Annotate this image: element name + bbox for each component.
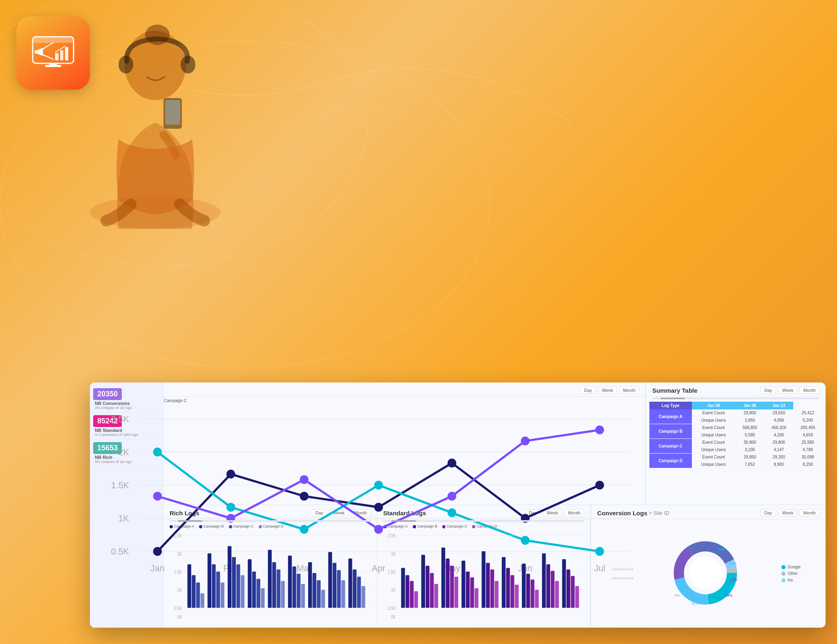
svg-rect-80 [248,559,251,608]
donut-legend: Google Other Ins [777,565,805,582]
svg-point-55 [521,436,529,445]
svg-rect-18 [165,100,180,125]
app-icon[interactable] [16,16,90,90]
ca-u1: 3,950 [735,417,764,424]
cb-u1: 5,580 [735,432,764,439]
svg-text:0.5K: 0.5K [111,547,130,557]
summary-table-section: Summary Table Day Week Month Log Type [646,382,826,505]
svg-point-50 [153,492,162,501]
cd-event-label: Event Count [692,454,736,461]
svg-rect-90 [297,574,300,608]
filter-day-btn[interactable]: Day [580,387,596,394]
svg-rect-123 [441,548,445,608]
svg-rect-118 [414,591,418,608]
svg-rect-100 [348,559,352,608]
svg-rect-101 [353,569,356,608]
ca-v2: 29,550 [764,409,793,417]
ca-v1: 29,800 [735,409,764,417]
svg-point-39 [374,503,383,512]
legend-other: Other [781,571,801,576]
rich-logs-scroll[interactable] [170,520,371,522]
cc-u1: 3,200 [735,446,764,454]
svg-point-157 [689,557,722,589]
svg-text:1.5K: 1.5K [111,481,130,490]
campaign-a-label: Campaign A [649,409,692,424]
cc-v1: 30,800 [735,439,764,446]
campaign-d-row: Campaign D Event Count 29,850 29,350 30,… [649,454,822,461]
svg-point-54 [448,492,456,501]
svg-rect-115 [401,568,405,608]
ca-unique-label: Unique Users [692,417,736,424]
svg-rect-135 [501,557,505,608]
svg-text:2K: 2K [118,447,129,457]
campaign-c-row: Campaign C Event Count 30,800 29,806 25,… [649,439,822,446]
cd-v1: 29,850 [735,454,764,461]
cb-unique-label: Unique Users [692,432,736,439]
svg-rect-75 [221,582,224,608]
cb-v1: 568,855 [735,424,764,432]
table-day-btn[interactable]: Day [761,387,776,394]
svg-point-52 [300,475,308,484]
cd-u3: 8,250 [793,461,822,468]
svg-rect-147 [562,559,566,608]
svg-rect-138 [515,585,518,608]
standard-logs-chart: 2.5K 2K 1.5K 1K 0.5K 0K [377,530,591,628]
conv-month-btn[interactable]: Month [799,509,819,517]
svg-rect-96 [328,552,332,608]
date-header-2: Jan 08 [735,402,764,409]
svg-text:18%: 18% [725,593,732,597]
stat-value-0: 20350 [93,388,122,400]
table-week-btn[interactable]: Week [779,387,797,394]
svg-rect-137 [510,575,514,608]
svg-point-36 [153,547,162,556]
svg-text:2.5K: 2.5K [174,533,182,539]
summary-table-filters: Day Week Month [761,387,819,394]
svg-rect-130 [474,588,478,608]
table-month-btn[interactable]: Month [799,387,819,394]
svg-rect-77 [232,557,236,608]
svg-text:1.5K: 1.5K [174,569,182,575]
filter-month-btn[interactable]: Month [619,387,639,394]
cb-event-label: Event Count [692,424,736,432]
svg-rect-97 [333,563,336,608]
conv-day-btn[interactable]: Day [761,509,776,517]
standard-logs-scroll[interactable] [383,520,584,522]
campaign-d-label: Campaign D [649,454,692,468]
date-header-1: Jan 08 [692,402,736,409]
svg-rect-143 [542,553,546,608]
table-scroll[interactable] [652,398,819,399]
svg-rect-128 [466,572,470,608]
svg-text:1.5K: 1.5K [388,569,396,575]
svg-point-46 [374,481,383,490]
svg-rect-78 [236,564,240,608]
cc-v2: 29,806 [764,439,793,446]
filter-week-btn[interactable]: Week [598,387,617,394]
svg-rect-102 [357,577,361,608]
svg-rect-93 [313,573,316,608]
date-header-3: Jan 13 [764,402,793,409]
svg-rect-74 [216,572,220,608]
svg-rect-119 [421,555,425,608]
svg-rect-148 [566,569,570,608]
conv-week-btn[interactable]: Week [779,509,797,517]
cc-u2: 4,147 [764,446,793,454]
svg-point-44 [226,503,235,512]
ca-u2: 4,058 [764,417,793,424]
svg-text:9%: 9% [675,593,680,597]
svg-rect-79 [241,575,244,608]
cd-v3: 30,098 [793,454,822,461]
svg-rect-145 [551,571,554,608]
svg-text:1K: 1K [177,587,182,593]
svg-rect-126 [454,577,458,608]
svg-rect-8 [60,50,63,60]
donut-chart-container: 15% 15% 12% 18% 35% 9% [669,536,742,611]
svg-text:12%: 12% [730,578,737,582]
summary-chart-section: Summary Chart Day Week Month Campaign A … [90,382,646,505]
summary-chart-legend: Campaign A Campaign B Campaign C [90,397,645,405]
svg-rect-129 [470,577,474,608]
svg-point-38 [300,492,308,501]
svg-rect-121 [430,573,434,608]
svg-text:1K: 1K [391,587,396,593]
svg-point-37 [226,470,235,479]
cc-u3: 4,789 [793,446,822,454]
